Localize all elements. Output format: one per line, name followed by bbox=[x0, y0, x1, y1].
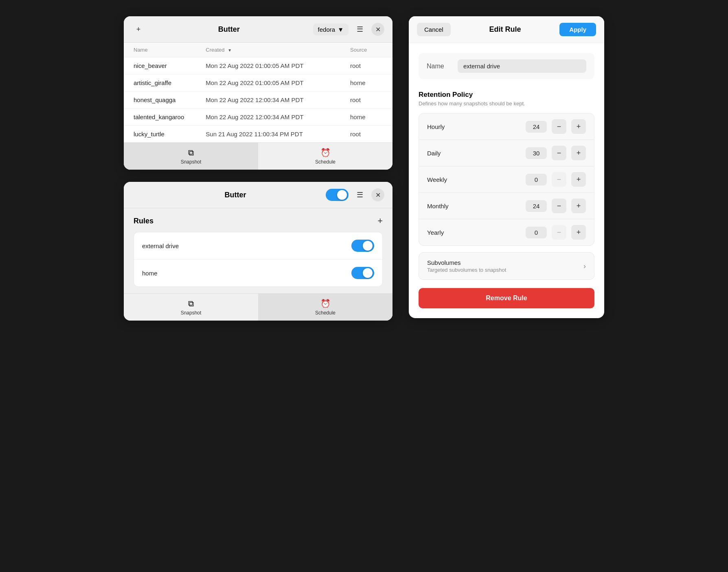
cell-name: lucky_turtle bbox=[134, 131, 206, 138]
increment-hourly-button[interactable]: + bbox=[571, 119, 586, 134]
cell-source: root bbox=[350, 62, 383, 69]
edit-header: Cancel Edit Rule Apply bbox=[409, 16, 604, 43]
rule-toggle-external-drive[interactable] bbox=[351, 240, 374, 252]
edit-panel-title: Edit Rule bbox=[454, 25, 557, 34]
increment-yearly-button[interactable]: + bbox=[571, 225, 586, 240]
retention-row-weekly: Weekly 0 − + bbox=[419, 166, 594, 193]
rules-tabs: ⧉ Snapshot ⏰ Schedule bbox=[124, 293, 393, 321]
tab-snapshot[interactable]: ⧉ Snapshot bbox=[124, 143, 258, 170]
edit-rule-column: Cancel Edit Rule Apply Name Retention Po… bbox=[409, 16, 604, 318]
rule-item-home[interactable]: home bbox=[134, 260, 382, 286]
add-rule-button[interactable]: + bbox=[377, 216, 383, 225]
table-row[interactable]: talented_kangaroo Mon 22 Aug 2022 12:00:… bbox=[124, 109, 393, 126]
butter-toggle[interactable] bbox=[326, 189, 349, 201]
snapshot-panel: + Butter fedora ▼ ☰ ✕ Name Created ▼ Sou… bbox=[124, 16, 393, 170]
tab-schedule-rules[interactable]: ⏰ Schedule bbox=[258, 294, 393, 321]
rules-list: external drive home bbox=[134, 232, 383, 287]
tab-snapshot-label: Snapshot bbox=[181, 310, 202, 316]
retention-row-hourly: Hourly 24 − + bbox=[419, 114, 594, 140]
retention-title: Retention Policy bbox=[419, 91, 594, 99]
edit-rule-panel: Cancel Edit Rule Apply Name Retention Po… bbox=[409, 16, 604, 318]
col-header-source: Source bbox=[350, 47, 383, 53]
hamburger-menu-button[interactable]: ☰ bbox=[353, 23, 366, 36]
cancel-button[interactable]: Cancel bbox=[417, 23, 451, 36]
close-button[interactable]: ✕ bbox=[371, 23, 384, 36]
subvolumes-title: Subvolumes bbox=[427, 259, 506, 266]
cell-date: Mon 22 Aug 2022 12:00:34 AM PDT bbox=[206, 96, 350, 103]
retention-label: Weekly bbox=[427, 176, 521, 183]
rules-section: Rules + external drive home bbox=[124, 208, 393, 293]
table-row[interactable]: artistic_giraffe Mon 22 Aug 2022 01:00:0… bbox=[124, 74, 393, 92]
cell-name: artistic_giraffe bbox=[134, 79, 206, 86]
snapshot-table: Name Created ▼ Source nice_beaver Mon 22… bbox=[124, 43, 393, 142]
table-row[interactable]: nice_beaver Mon 22 Aug 2022 01:00:05 AM … bbox=[124, 57, 393, 74]
rules-panel-title: Butter bbox=[225, 191, 246, 199]
subvolumes-row[interactable]: Subvolumes Targeted subvolumes to snapsh… bbox=[419, 252, 594, 280]
name-field-row: Name bbox=[419, 53, 594, 79]
retention-row-daily: Daily 30 − + bbox=[419, 140, 594, 166]
snapshot-tabs: ⧉ Snapshot ⏰ Schedule bbox=[124, 142, 393, 170]
cell-date: Mon 22 Aug 2022 01:00:05 AM PDT bbox=[206, 79, 350, 86]
tab-snapshot-label: Snapshot bbox=[181, 159, 202, 165]
table-header: Name Created ▼ Source bbox=[124, 43, 393, 57]
name-label: Name bbox=[427, 63, 451, 70]
chevron-right-icon: › bbox=[583, 262, 586, 271]
rule-toggle-home[interactable] bbox=[351, 267, 374, 279]
apply-button[interactable]: Apply bbox=[559, 23, 596, 36]
cell-source: root bbox=[350, 96, 383, 103]
rules-hamburger-button[interactable]: ☰ bbox=[353, 188, 366, 201]
dropdown-arrow-icon: ▼ bbox=[338, 26, 344, 33]
remove-rule-button[interactable]: Remove Rule bbox=[419, 288, 594, 308]
rule-name: external drive bbox=[142, 242, 179, 249]
table-row[interactable]: lucky_turtle Sun 21 Aug 2022 11:00:34 PM… bbox=[124, 126, 393, 142]
retention-desc: Defines how many snapshots should be kep… bbox=[419, 100, 594, 107]
snapshot-panel-header: + Butter fedora ▼ ☰ ✕ bbox=[124, 16, 393, 43]
cell-source: root bbox=[350, 131, 383, 138]
decrement-yearly-button[interactable]: − bbox=[552, 225, 566, 240]
rules-header: Rules + bbox=[134, 216, 383, 225]
increment-daily-button[interactable]: + bbox=[571, 146, 586, 160]
schedule-icon: ⏰ bbox=[320, 148, 331, 157]
schedule-icon: ⏰ bbox=[320, 299, 331, 308]
retention-value-monthly: 24 bbox=[526, 200, 547, 212]
retention-value-hourly: 24 bbox=[526, 121, 547, 133]
fedora-dropdown[interactable]: fedora ▼ bbox=[313, 24, 349, 35]
tab-schedule-label: Schedule bbox=[315, 159, 335, 165]
increment-weekly-button[interactable]: + bbox=[571, 172, 586, 187]
retention-value-weekly: 0 bbox=[526, 174, 547, 186]
retention-label: Monthly bbox=[427, 203, 521, 210]
decrement-hourly-button[interactable]: − bbox=[552, 119, 566, 134]
subvolumes-desc: Targeted subvolumes to snapshot bbox=[427, 267, 506, 273]
snapshot-icon: ⧉ bbox=[188, 299, 194, 308]
retention-row-monthly: Monthly 24 − + bbox=[419, 193, 594, 219]
rules-panel-header: Butter ☰ ✕ bbox=[124, 182, 393, 208]
cell-date: Mon 22 Aug 2022 01:00:05 AM PDT bbox=[206, 62, 350, 69]
decrement-daily-button[interactable]: − bbox=[552, 146, 566, 160]
table-row[interactable]: honest_quagga Mon 22 Aug 2022 12:00:34 A… bbox=[124, 92, 393, 109]
subvolumes-info: Subvolumes Targeted subvolumes to snapsh… bbox=[427, 259, 506, 273]
cell-name: talented_kangaroo bbox=[134, 114, 206, 120]
increment-monthly-button[interactable]: + bbox=[571, 199, 586, 213]
name-input[interactable] bbox=[458, 59, 586, 73]
rules-close-button[interactable]: ✕ bbox=[371, 188, 384, 201]
rules-panel: Butter ☰ ✕ Rules + external drive bbox=[124, 182, 393, 321]
tab-snapshot-rules[interactable]: ⧉ Snapshot bbox=[124, 294, 258, 321]
rule-item-external-drive[interactable]: external drive bbox=[134, 232, 382, 260]
col-header-created: Created ▼ bbox=[206, 47, 350, 53]
retention-label: Yearly bbox=[427, 229, 521, 236]
decrement-monthly-button[interactable]: − bbox=[552, 199, 566, 213]
col-header-name: Name bbox=[134, 47, 206, 53]
retention-table: Hourly 24 − + Daily 30 − + Weekly 0 − bbox=[419, 113, 594, 246]
retention-row-yearly: Yearly 0 − + bbox=[419, 219, 594, 245]
tab-schedule-label: Schedule bbox=[315, 310, 335, 316]
retention-value-daily: 30 bbox=[526, 147, 547, 159]
tab-schedule[interactable]: ⏰ Schedule bbox=[258, 143, 393, 170]
cell-date: Mon 22 Aug 2022 12:00:34 AM PDT bbox=[206, 114, 350, 120]
decrement-weekly-button[interactable]: − bbox=[552, 172, 566, 187]
cell-name: nice_beaver bbox=[134, 62, 206, 69]
cell-source: home bbox=[350, 114, 383, 120]
retention-value-yearly: 0 bbox=[526, 227, 547, 238]
add-snapshot-button[interactable]: + bbox=[132, 23, 145, 36]
rule-name: home bbox=[142, 270, 158, 277]
edit-body: Name Retention Policy Defines how many s… bbox=[409, 43, 604, 280]
